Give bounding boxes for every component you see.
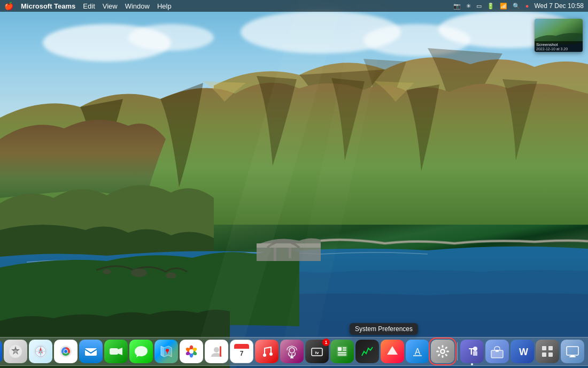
svg-text:7: 7 (240, 350, 244, 357)
svg-rect-68 (446, 351, 449, 352)
dock-app-maps[interactable] (154, 340, 178, 363)
svg-rect-57 (338, 347, 342, 351)
svg-rect-81 (542, 346, 546, 350)
screenshot-date: 2022-12-10 at 3.20 (536, 47, 581, 51)
dock-app-toolbox[interactable] (485, 340, 509, 363)
dock-app-appletv[interactable]: 1 tv (305, 340, 329, 363)
svg-point-20 (14, 350, 17, 353)
svg-rect-82 (548, 346, 553, 350)
svg-text:W: W (519, 347, 528, 357)
svg-marker-62 (387, 346, 398, 355)
svg-rect-31 (85, 348, 97, 356)
svg-rect-84 (548, 352, 553, 357)
dock-app-launchpad[interactable] (4, 340, 27, 363)
dock-app-contacts[interactable] (205, 340, 228, 363)
svg-rect-71 (437, 354, 440, 357)
dock: 7 1 tv (0, 337, 588, 366)
dock-app-podcasts[interactable] (280, 340, 304, 363)
svg-rect-11 (289, 248, 291, 258)
dock-separator (457, 342, 458, 361)
svg-point-2 (128, 24, 214, 51)
svg-rect-83 (542, 352, 546, 357)
svg-rect-59 (343, 349, 346, 351)
dock-app-teams[interactable]: T (460, 340, 484, 363)
dock-app-calendar[interactable]: 7 (230, 340, 253, 363)
svg-point-51 (289, 348, 295, 353)
dock-app-chrome[interactable] (54, 340, 78, 363)
svg-rect-69 (445, 354, 448, 357)
menubar-left: 🍎 Microsoft Teams Edit View Window Help (4, 2, 172, 10)
svg-rect-32 (110, 348, 118, 355)
wifi-icon[interactable]: 📶 (500, 3, 507, 10)
siri-icon[interactable]: ● (525, 3, 529, 9)
svg-point-75 (442, 350, 444, 353)
dock-app-trash[interactable] (586, 340, 588, 363)
dock-app-appstore[interactable]: A (406, 340, 429, 363)
clock: Wed 7 Dec 10:58 (534, 2, 584, 10)
svg-point-7 (166, 272, 176, 279)
svg-point-34 (166, 349, 169, 352)
screenshot-label: Screenshot (536, 42, 581, 47)
dock-app-safari[interactable] (29, 340, 52, 363)
screen-icon[interactable]: ▭ (476, 3, 482, 10)
svg-text:A: A (415, 347, 421, 356)
svg-rect-86 (570, 355, 575, 356)
appletv-badge: 1 (322, 339, 330, 346)
dock-app-screen[interactable] (561, 340, 584, 363)
desktop-background (0, 0, 588, 368)
svg-point-50 (269, 352, 273, 356)
dock-app-messages[interactable] (129, 340, 153, 363)
dock-app-word[interactable]: W (510, 340, 534, 363)
apple-menu[interactable]: 🍎 (4, 2, 13, 10)
svg-rect-44 (220, 346, 221, 357)
menu-help[interactable]: Help (157, 2, 172, 10)
menu-window[interactable]: Window (125, 2, 150, 10)
svg-rect-67 (445, 346, 448, 349)
svg-rect-10 (274, 248, 276, 261)
dock-app-facetime[interactable] (104, 340, 128, 363)
svg-rect-58 (343, 347, 346, 349)
svg-rect-61 (338, 354, 346, 356)
bluetooth-icon[interactable]: ✳ (466, 3, 471, 10)
svg-rect-66 (442, 345, 444, 348)
svg-point-8 (103, 269, 111, 274)
svg-text:tv: tv (315, 350, 319, 355)
svg-point-77 (473, 347, 477, 351)
svg-rect-79 (496, 350, 499, 352)
svg-rect-72 (436, 351, 439, 352)
svg-point-30 (64, 350, 67, 353)
dock-app-system-preferences[interactable] (431, 340, 454, 363)
svg-rect-70 (442, 355, 444, 358)
dock-app-finder[interactable] (0, 340, 2, 363)
search-icon[interactable]: 🔍 (513, 3, 520, 10)
svg-rect-47 (234, 347, 249, 349)
svg-marker-33 (118, 348, 122, 355)
svg-point-43 (214, 347, 219, 352)
dock-app-shortcuts[interactable] (381, 340, 404, 363)
menu-view[interactable]: View (103, 2, 118, 10)
dock-app-music[interactable] (255, 340, 278, 363)
desktop: 🍎 Microsoft Teams Edit View Window Help … (0, 0, 588, 368)
dock-app-more[interactable] (536, 340, 559, 363)
svg-rect-87 (569, 356, 576, 357)
svg-point-49 (263, 354, 266, 357)
svg-point-41 (189, 349, 194, 354)
svg-point-6 (131, 269, 147, 277)
menu-edit[interactable]: Edit (83, 2, 95, 10)
dock-app-photos[interactable] (180, 340, 203, 363)
dock-app-numbers[interactable] (330, 340, 354, 363)
svg-rect-60 (338, 352, 346, 354)
dock-app-stocks[interactable] (355, 340, 379, 363)
app-name[interactable]: Microsoft Teams (21, 2, 75, 10)
svg-rect-85 (567, 347, 578, 355)
svg-rect-73 (437, 346, 440, 349)
screenshot-thumbnail[interactable]: Screenshot 2022-12-10 at 3.20 (535, 19, 583, 52)
menubar: 🍎 Microsoft Teams Edit View Window Help … (0, 0, 588, 12)
battery-icon[interactable]: 🔋 (487, 3, 494, 10)
menubar-right: 📷 ✳ ▭ 🔋 📶 🔍 ● Wed 7 Dec 10:58 (453, 2, 584, 10)
camera-icon[interactable]: 📷 (453, 3, 461, 10)
dock-app-mail[interactable] (79, 340, 103, 363)
